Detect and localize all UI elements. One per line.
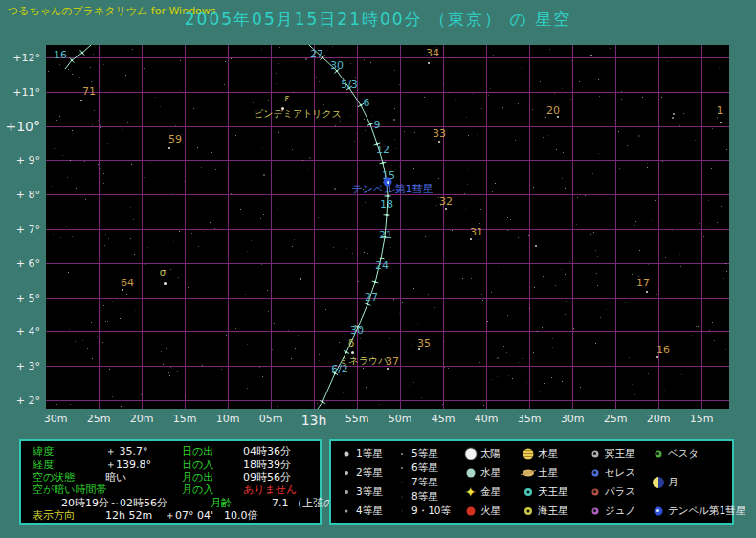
comet-date-label: 21 bbox=[379, 230, 392, 240]
ra-tick-label: 15m bbox=[690, 413, 714, 425]
legend-label: 5等星 bbox=[411, 448, 438, 459]
legend-label: ジュノ bbox=[605, 505, 635, 516]
legend-label: 6等星 bbox=[411, 462, 438, 473]
info-cell: 表示方向 bbox=[33, 510, 105, 521]
legend-item: 7等星 bbox=[394, 476, 463, 488]
dec-tick-label: + 4° bbox=[16, 325, 40, 338]
info-cell: 暗い bbox=[105, 472, 182, 482]
legend-item: 6等星 bbox=[394, 461, 463, 474]
star-name-label: ミネラウバ bbox=[339, 356, 388, 366]
saturn-icon bbox=[521, 466, 535, 479]
planetarium-window: つるちゃんのプラネタリウム for Windows 2005年05月15日21時… bbox=[0, 0, 756, 538]
legend-label: 冥王星 bbox=[605, 448, 635, 459]
dec-tick-label: +10° bbox=[5, 119, 40, 134]
star-number-label: 59 bbox=[168, 134, 182, 145]
info-cell: ＋07° 04' bbox=[165, 510, 224, 521]
ra-tick-label: 20m bbox=[647, 413, 671, 425]
legend-item: 2等星 bbox=[339, 466, 394, 479]
star-number-label: 17 bbox=[636, 278, 650, 288]
mag5-icon bbox=[394, 447, 409, 460]
comet-date-label: 9 bbox=[374, 120, 381, 130]
ra-tick-label: 50m bbox=[389, 413, 412, 425]
ra-tick-label: 45m bbox=[432, 413, 456, 425]
star-number-label: 35 bbox=[417, 338, 431, 348]
star-name-label: δ bbox=[348, 339, 354, 348]
comet-date-label: 16 bbox=[54, 50, 67, 60]
comet-date-label: 30 bbox=[330, 60, 344, 71]
dec-tick-label: + 3° bbox=[16, 360, 40, 372]
star-chart-canvas[interactable]: 1627305/369121518212427306/2テンペル第1彗星7159… bbox=[46, 45, 729, 409]
legend-label: 2等星 bbox=[356, 467, 383, 478]
legend-label: 7等星 bbox=[411, 477, 438, 487]
star-number-label: 71 bbox=[82, 86, 96, 97]
info-cell: 04時36分 bbox=[243, 446, 291, 457]
comet-date-label: 12 bbox=[376, 145, 389, 155]
legend-label: 土星 bbox=[538, 467, 558, 478]
star-name-label: ビンデミアトリクス bbox=[254, 109, 342, 119]
legend-item: 海王星 bbox=[521, 504, 588, 517]
legend-column: 1等星2等星3等星4等星 bbox=[339, 447, 394, 517]
legend-item: 月 bbox=[651, 476, 756, 488]
legend-item: セレス bbox=[588, 466, 651, 479]
info-panel: 緯度＋ 35.7°日の出04時36分経度＋139.8°日の入18時39分空の状態… bbox=[19, 439, 322, 525]
comet-date-label: 18 bbox=[380, 199, 393, 210]
legend-label: 水星 bbox=[480, 467, 500, 478]
legend-label: 火星 bbox=[480, 505, 500, 516]
dec-tick-label: + 2° bbox=[16, 394, 40, 407]
star-number-label: 31 bbox=[470, 227, 483, 237]
legend-label: パラス bbox=[605, 486, 635, 497]
pluto-icon bbox=[588, 447, 602, 460]
legend-label: 8等星 bbox=[411, 491, 438, 502]
comet-name-label: テンペル第1彗星 bbox=[351, 184, 433, 194]
legend-column: 木星土星天王星海王星 bbox=[521, 447, 588, 517]
legend-item: 9・10等 bbox=[394, 504, 463, 517]
moon-icon bbox=[651, 476, 665, 488]
mag2-icon bbox=[339, 466, 353, 479]
juno-icon bbox=[588, 504, 602, 517]
star-number-label: 1 bbox=[717, 105, 723, 116]
info-cell: 20時19分～02時56分 bbox=[33, 498, 211, 508]
comet-date-label: 27 bbox=[310, 49, 323, 59]
legend-label: 4等星 bbox=[356, 505, 383, 516]
legend-column: 5等星6等星7等星8等星9・10等 bbox=[394, 447, 463, 517]
info-row: 表示方向12h 52m＋07° 04'10.0倍 bbox=[33, 509, 320, 522]
legend-item: 天王星 bbox=[521, 485, 588, 498]
info-cell: 月の入 bbox=[182, 484, 243, 495]
uranus-icon bbox=[521, 485, 535, 498]
dec-tick-label: + 5° bbox=[16, 292, 40, 304]
info-cell: 日の出 bbox=[182, 446, 243, 457]
star-number-label: 64 bbox=[121, 278, 134, 288]
mag6-icon bbox=[394, 461, 409, 474]
mag1-icon bbox=[339, 447, 353, 460]
chart-title: 2005年05月15日21時00分 （東京） の 星空 bbox=[0, 9, 756, 31]
info-cell: ＋ 35.7° bbox=[105, 446, 182, 457]
legend-label: 9・10等 bbox=[411, 505, 451, 516]
mag7-icon bbox=[394, 476, 409, 488]
legend-item: 土星 bbox=[521, 466, 588, 479]
legend-item: 4等星 bbox=[339, 504, 394, 517]
mag3-icon bbox=[339, 485, 353, 498]
info-cell: ＋139.8° bbox=[105, 460, 182, 470]
legend-label: テンペル第1彗星 bbox=[668, 505, 745, 516]
info-cell: 緯度 bbox=[33, 446, 105, 457]
legend-label: 1等星 bbox=[356, 448, 383, 459]
star-number-label: 20 bbox=[546, 105, 560, 116]
mag8-icon bbox=[394, 490, 409, 503]
legend-label: 天王星 bbox=[538, 486, 568, 497]
legend-panel: 1等星2等星3等星4等星5等星6等星7等星8等星9・10等太陽水星金星火星木星土… bbox=[329, 439, 734, 525]
legend-column: 冥王星セレスパラスジュノ bbox=[588, 447, 651, 517]
comet-icon bbox=[651, 504, 665, 517]
info-cell: 空が暗い時間帯 bbox=[33, 484, 182, 495]
neptune-icon bbox=[521, 504, 535, 517]
star-number-label: 16 bbox=[656, 345, 670, 355]
star-number-label: 33 bbox=[433, 128, 446, 139]
info-row: 20時19分～02時56分月齢7.1 （上弦の月） bbox=[33, 497, 320, 509]
legend-item: テンペル第1彗星 bbox=[651, 504, 756, 517]
legend-item: ジュノ bbox=[588, 504, 651, 517]
ra-tick-label: 30m bbox=[561, 413, 585, 425]
legend-label: 月 bbox=[668, 477, 678, 487]
legend-item: 火星 bbox=[463, 504, 521, 517]
ra-tick-label: 25m bbox=[87, 413, 111, 425]
legend-item: 木星 bbox=[521, 447, 588, 460]
legend-item: 金星 bbox=[463, 485, 521, 498]
